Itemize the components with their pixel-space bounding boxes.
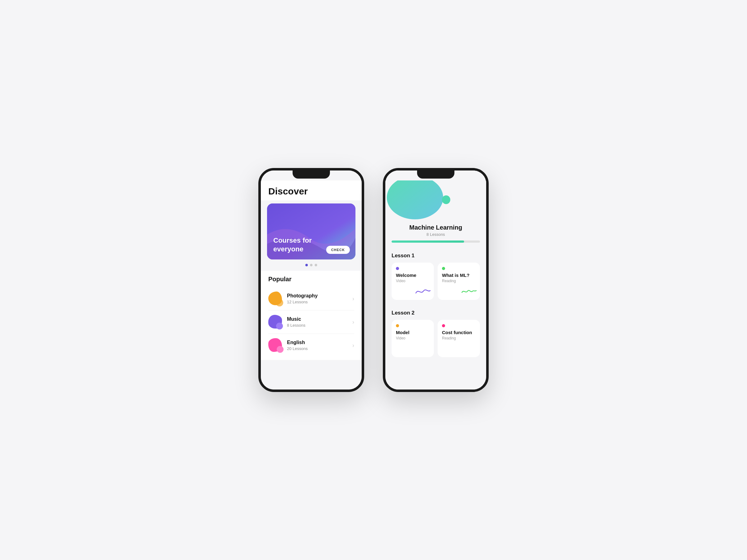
discover-header: Discover xyxy=(261,181,362,201)
discover-title: Discover xyxy=(268,186,354,196)
lesson-card-title-cost-function: Cost function xyxy=(442,330,475,335)
hero-banner[interactable]: Courses for everyone CHECK xyxy=(267,204,356,260)
course-name-english: English xyxy=(287,340,352,345)
lesson-card-type-what-is-ml: Reading xyxy=(442,279,475,283)
lesson-card-what-is-ml[interactable]: What is ML? Reading xyxy=(438,263,480,300)
chevron-icon-english: › xyxy=(352,342,354,349)
what-is-ml-deco-icon xyxy=(461,287,477,297)
dot-green-what-is-ml xyxy=(442,267,445,270)
lesson-2-header: Lesson 2 xyxy=(391,310,480,316)
course-info-photography: Photography 12 Lessons xyxy=(287,293,352,304)
lesson-1-header: Lesson 1 xyxy=(391,252,480,259)
carousel-dots xyxy=(261,264,362,266)
lesson-section-1: Lesson 1 Welcome Video What is xyxy=(385,248,486,302)
blob-music xyxy=(268,315,282,328)
svg-point-3 xyxy=(442,195,450,204)
course-lessons-music: 8 Lessons xyxy=(287,323,352,328)
ml-course-title: Machine Learning xyxy=(409,224,462,231)
course-item-english[interactable]: English 20 Lessons › xyxy=(268,334,354,357)
course-item-music[interactable]: Music 8 Lessons › xyxy=(268,311,354,334)
phone-notch-right xyxy=(417,170,455,179)
chevron-icon-music: › xyxy=(352,319,354,325)
lesson-section-2: Lesson 2 Model Video Cost function Readi… xyxy=(385,305,486,359)
ml-hero: Machine Learning 8 Lessons xyxy=(385,181,486,248)
course-lessons-photography: 12 Lessons xyxy=(287,300,352,304)
phone-notch-left xyxy=(292,170,330,179)
progress-bar-fill xyxy=(391,240,464,243)
chevron-icon-photography: › xyxy=(352,296,354,302)
lesson-1-cards: Welcome Video What is ML? Reading xyxy=(391,263,480,300)
popular-title: Popular xyxy=(268,276,354,283)
right-phone: Machine Learning 8 Lessons Lesson 1 Welc… xyxy=(383,168,489,392)
course-icon-english xyxy=(268,338,283,352)
check-button[interactable]: CHECK xyxy=(326,246,350,254)
lesson-card-title-what-is-ml: What is ML? xyxy=(442,272,475,278)
course-icon-music xyxy=(268,315,283,329)
lesson-card-title-model: Model xyxy=(396,330,430,335)
banner-text: Courses for everyone xyxy=(273,236,323,253)
lesson-card-welcome[interactable]: Welcome Video xyxy=(391,263,434,300)
course-name-photography: Photography xyxy=(287,293,352,299)
welcome-deco-icon xyxy=(415,287,431,297)
course-info-music: Music 8 Lessons xyxy=(287,316,352,328)
lesson-card-type-cost-function: Reading xyxy=(442,336,475,340)
course-name-music: Music xyxy=(287,316,352,322)
right-phone-screen: Machine Learning 8 Lessons Lesson 1 Welc… xyxy=(385,170,486,390)
lesson-card-model[interactable]: Model Video xyxy=(391,320,434,357)
carousel-dot-2[interactable] xyxy=(310,264,312,266)
course-item-photography[interactable]: Photography 12 Lessons › xyxy=(268,287,354,311)
left-phone-screen: Discover Courses for xyxy=(261,170,362,390)
lesson-2-cards: Model Video Cost function Reading xyxy=(391,320,480,357)
progress-bar-container xyxy=(391,240,480,243)
blob-photography xyxy=(268,292,282,305)
blob-english xyxy=(268,338,282,352)
course-icon-photography xyxy=(268,292,283,306)
course-lessons-english: 20 Lessons xyxy=(287,346,352,351)
lesson-card-cost-function[interactable]: Cost function Reading xyxy=(438,320,480,357)
lesson-card-type-welcome: Video xyxy=(396,279,430,283)
lesson-card-title-welcome: Welcome xyxy=(396,272,430,278)
carousel-dot-1[interactable] xyxy=(305,264,308,266)
dot-orange-model xyxy=(396,324,399,327)
dot-pink-cost-function xyxy=(442,324,445,327)
lesson-card-type-model: Video xyxy=(396,336,430,340)
left-phone: Discover Courses for xyxy=(258,168,364,392)
course-info-english: English 20 Lessons xyxy=(287,340,352,351)
ml-lessons-count: 8 Lessons xyxy=(427,232,445,237)
dot-purple-welcome xyxy=(396,267,399,270)
popular-section: Popular Photography 12 Lessons › Music xyxy=(261,271,362,360)
carousel-dot-3[interactable] xyxy=(315,264,317,266)
ml-hero-art xyxy=(385,181,486,221)
